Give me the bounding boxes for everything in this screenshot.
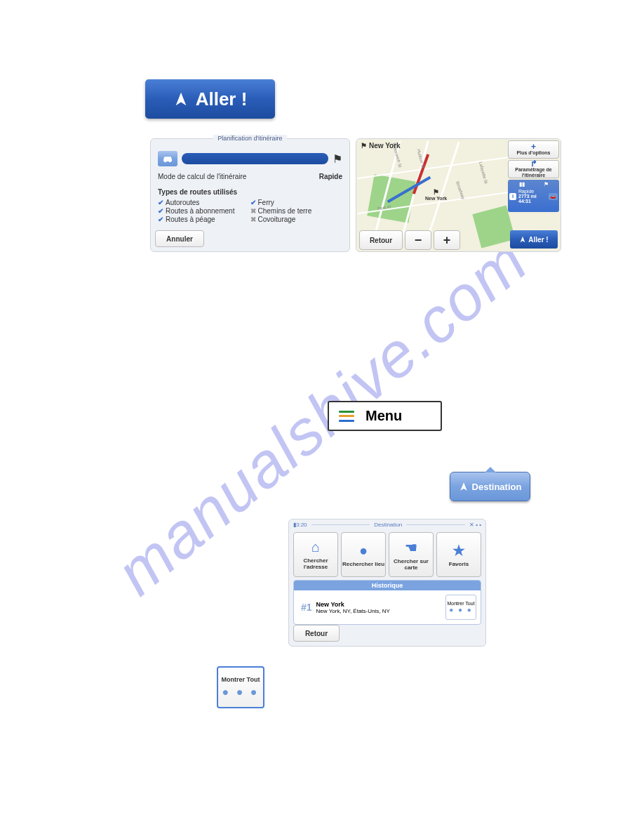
- search-place-tile[interactable]: ●Rechercher lieu: [341, 532, 386, 577]
- go-button[interactable]: Aller !: [510, 230, 558, 249]
- mode-value: Rapide: [319, 173, 342, 180]
- hamburger-icon: [339, 411, 354, 422]
- panel-title: Planification d'itinéraire: [151, 134, 349, 142]
- time-label: 3:20: [296, 522, 307, 528]
- history-rank: #1: [301, 602, 312, 613]
- destination-button[interactable]: Destination: [450, 472, 530, 501]
- check-icon: ✔: [158, 199, 163, 206]
- info-icon: i: [509, 193, 516, 200]
- traffic-icon: ▮▮: [519, 181, 525, 187]
- check-icon: ✔: [250, 199, 256, 206]
- flag-icon: ⚑: [544, 181, 549, 187]
- hand-icon: ☚: [405, 539, 417, 556]
- mode-label: Mode de calcul de l'itinéraire: [158, 173, 246, 180]
- pin-icon: ●: [359, 543, 368, 559]
- svg-point-1: [169, 161, 171, 163]
- map-preview-panel: Greenwich St Hudson St Broadway Lafayett…: [356, 138, 561, 252]
- show-all-label: Montrer Tout: [222, 676, 260, 683]
- star-icon: ★: [452, 542, 465, 559]
- dots-icon: ● ● ●: [449, 606, 473, 614]
- progress-bar: [182, 153, 328, 164]
- back-button[interactable]: Retour: [293, 625, 340, 642]
- route-info-box: ▮▮⚑ i Rapide 2773 mi 44:31 🚗: [508, 180, 559, 212]
- car-icon: [158, 151, 177, 166]
- show-all-small-button[interactable]: Montrer Tout● ● ●: [445, 595, 476, 620]
- show-all-button[interactable]: Montrer Tout ● ● ●: [217, 666, 264, 708]
- navigation-arrow-icon: [173, 91, 189, 107]
- search-on-map-tile[interactable]: ☚Chercher sur carte: [389, 532, 434, 577]
- route-arrow-icon: ↱: [530, 160, 537, 167]
- back-button[interactable]: Retour: [359, 230, 403, 250]
- check-icon: ✔: [158, 207, 163, 215]
- check-icon: ✔: [158, 216, 163, 223]
- panel-title: Destination: [374, 522, 402, 528]
- favorites-tile[interactable]: ★Favoris: [436, 532, 481, 577]
- gps-icon: ✕ • •: [469, 522, 481, 528]
- road-types-heading: Types de routes utilisés: [158, 188, 342, 196]
- history-heading: Historique: [294, 581, 481, 590]
- checkered-flag-icon: ⚑: [333, 152, 342, 166]
- search-address-tile[interactable]: ⌂Chercher l'adresse: [293, 532, 338, 577]
- go-button-large[interactable]: Aller !: [145, 79, 275, 119]
- home-icon: ⌂: [311, 539, 320, 555]
- zoom-out-button[interactable]: −: [405, 230, 431, 250]
- menu-button[interactable]: Menu: [328, 401, 442, 431]
- svg-point-0: [164, 161, 166, 163]
- road-types-col2: ✔Ferry ✖Chemins de terre ✖Covoiturage: [250, 198, 343, 224]
- more-options-button[interactable]: +Plus d'options: [508, 140, 559, 159]
- route-planning-panel: Planification d'itinéraire ⚑ Mode de cal…: [150, 138, 350, 252]
- navigation-arrow-icon: [519, 236, 526, 243]
- road-types-col1: ✔Autoroutes ✔Routes à abonnement ✔Routes…: [158, 198, 250, 224]
- city-label: New York: [361, 142, 401, 150]
- destination-panel: ▮ 3:20 Destination ✕ • • ⌂Chercher l'adr…: [288, 519, 486, 647]
- history-item[interactable]: #1 New YorkNew York, NY, États-Unis, NY …: [294, 590, 481, 624]
- go-button-label: Aller !: [196, 88, 248, 110]
- destination-label: Destination: [472, 482, 522, 492]
- zoom-in-button[interactable]: +: [434, 230, 460, 250]
- disabled-icon: ✖: [250, 216, 256, 223]
- destination-pin: New York: [425, 188, 447, 201]
- menu-label: Menu: [365, 408, 402, 424]
- history-box: Historique #1 New YorkNew York, NY, État…: [293, 580, 481, 625]
- car-icon: 🚗: [549, 193, 558, 200]
- route-settings-button[interactable]: ↱Paramétrage de l'itinéraire: [508, 160, 559, 178]
- plus-icon: +: [531, 143, 536, 150]
- disabled-icon: ✖: [250, 207, 256, 215]
- cancel-button[interactable]: Annuler: [155, 230, 204, 247]
- dots-icon: ● ● ●: [222, 686, 260, 699]
- navigation-arrow-icon: [459, 482, 469, 491]
